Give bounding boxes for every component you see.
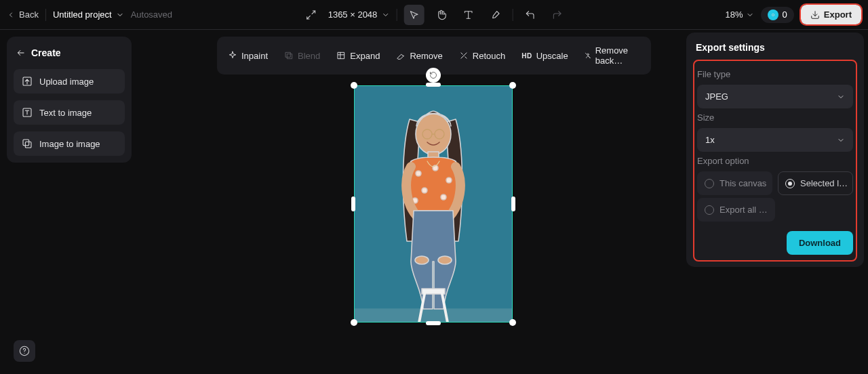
- radio-icon: [705, 205, 714, 215]
- divider: [512, 9, 513, 21]
- filetype-label: File type: [697, 69, 853, 79]
- cursor-tool[interactable]: [403, 5, 424, 25]
- handle-left[interactable]: [351, 196, 355, 211]
- redo-button[interactable]: [547, 5, 567, 25]
- cursor-icon: [408, 9, 419, 20]
- option-export-all[interactable]: Export all …: [697, 198, 775, 222]
- project-name-text: Untitled project: [53, 9, 112, 20]
- help-icon: [19, 346, 30, 356]
- back-label: Back: [19, 9, 39, 20]
- hand-tool[interactable]: [431, 5, 451, 25]
- svg-line-1: [307, 16, 311, 19]
- opt-all-label: Export all …: [719, 205, 768, 215]
- credits-pill[interactable]: 0: [761, 7, 794, 23]
- export-button[interactable]: Export: [801, 5, 861, 24]
- export-settings-panel: Export settings File type JPEG Size 1x E…: [686, 33, 864, 267]
- chevron-down-icon: [381, 11, 389, 19]
- zoom-control[interactable]: 18%: [726, 9, 754, 20]
- export-option-label: Export option: [697, 156, 853, 166]
- filetype-select[interactable]: JPEG: [697, 85, 853, 108]
- undo-icon: [524, 9, 535, 20]
- chevron-down-icon: [837, 93, 845, 101]
- radio-icon: [785, 179, 795, 188]
- help-button[interactable]: [14, 340, 35, 362]
- credits-icon: [768, 9, 778, 20]
- chevron-down-icon: [746, 11, 754, 19]
- svg-line-0: [312, 11, 315, 14]
- text-tool[interactable]: [458, 5, 478, 25]
- fit-icon: [306, 9, 317, 20]
- handle-top-left[interactable]: [351, 82, 357, 89]
- dimensions-text: 1365 × 2048: [328, 9, 378, 20]
- chevron-down-icon: [116, 11, 124, 19]
- handle-bottom[interactable]: [426, 321, 441, 325]
- undo-button[interactable]: [519, 5, 540, 25]
- text-icon: [462, 9, 473, 20]
- zoom-value: 18%: [726, 9, 743, 20]
- fit-screen-button[interactable]: [301, 5, 321, 25]
- download-icon: [810, 10, 820, 20]
- brush-icon: [490, 9, 500, 20]
- hand-icon: [435, 9, 446, 20]
- canvas-dimensions[interactable]: 1365 × 2048: [328, 9, 390, 20]
- option-this-canvas[interactable]: This canvas: [697, 171, 772, 195]
- rotate-handle[interactable]: [426, 68, 441, 83]
- radio-icon: [705, 179, 714, 188]
- handle-top-right[interactable]: [509, 82, 516, 89]
- divider: [45, 9, 46, 21]
- size-label: Size: [697, 112, 853, 123]
- export-label: Export: [824, 9, 852, 20]
- option-selected-layers[interactable]: Selected l…: [778, 171, 853, 195]
- autosaved-status: Autosaved: [131, 9, 172, 20]
- size-select[interactable]: 1x: [697, 128, 853, 152]
- filetype-value: JPEG: [705, 91, 728, 102]
- chevron-left-icon: [7, 11, 15, 19]
- size-value: 1x: [705, 135, 715, 145]
- rotate-icon: [429, 71, 437, 79]
- divider: [396, 9, 397, 21]
- handle-bottom-right[interactable]: [509, 319, 516, 326]
- redo-icon: [551, 9, 562, 20]
- selection-outline: [354, 85, 513, 323]
- handle-bottom-left[interactable]: [351, 319, 357, 326]
- download-button[interactable]: Download: [787, 231, 853, 255]
- chevron-down-icon: [837, 136, 845, 144]
- svg-point-4: [772, 14, 774, 16]
- selected-image[interactable]: [354, 85, 513, 323]
- handle-right[interactable]: [511, 196, 515, 211]
- project-name[interactable]: Untitled project: [53, 9, 124, 20]
- opt-selected-label: Selected l…: [800, 178, 848, 188]
- opt-canvas-label: This canvas: [719, 178, 766, 188]
- back-button[interactable]: Back: [7, 9, 39, 20]
- handle-top[interactable]: [426, 83, 441, 87]
- credits-count: 0: [783, 9, 787, 20]
- panel-title: Export settings: [696, 42, 854, 53]
- brush-tool[interactable]: [485, 5, 505, 25]
